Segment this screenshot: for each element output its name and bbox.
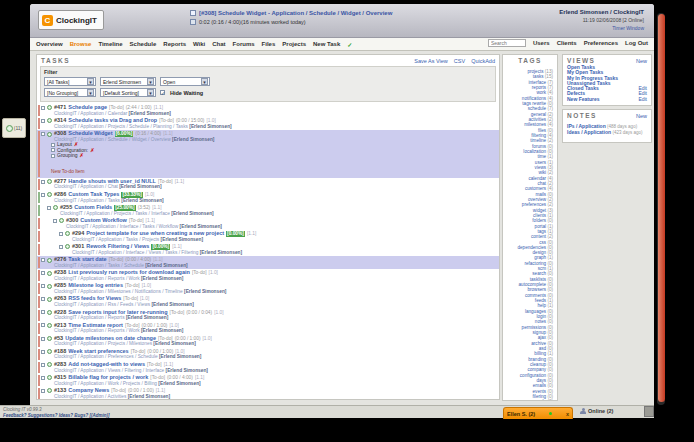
start-timer-icon[interactable] [47,388,52,393]
task-checkbox[interactable] [59,232,63,236]
task-checkbox[interactable] [41,337,45,341]
scrollbar-thumb[interactable] [658,14,665,402]
start-timer-icon[interactable] [53,205,58,210]
start-timer-icon[interactable] [47,132,52,137]
todo-checkbox[interactable] [51,148,55,152]
start-timer-icon[interactable] [47,323,52,328]
task-title-link[interactable]: Project template for use when creating a… [86,231,224,237]
nav-tab-files[interactable]: Files [262,41,276,47]
task-checkbox[interactable] [41,258,45,262]
start-timer-icon[interactable] [47,179,52,184]
task-title-link[interactable]: Custom Fields [74,205,112,211]
nav-link-log-out[interactable]: Log Out [625,40,648,46]
task-status-badge: [0.00%] [151,244,170,250]
task-page-icon[interactable] [190,10,196,16]
start-timer-icon[interactable] [65,244,70,249]
task-title-link[interactable]: Schedule page [68,105,107,111]
filter-select[interactable]: [No Grouping]▾ [44,88,96,97]
task-title-link[interactable]: Billable flag for projects / work [68,375,148,381]
nav-tab-schedule[interactable]: Schedule [130,41,157,47]
task-title-link[interactable]: Custom Task Types [68,192,119,198]
action-csv[interactable]: CSV [454,58,465,64]
task-checkbox[interactable] [41,284,45,288]
nav-tab-browse[interactable]: Browse [70,41,92,47]
task-checkbox[interactable] [53,219,57,223]
start-timer-icon[interactable] [47,192,52,197]
feedback-link[interactable]: Feedback? Suggestions? Ideas? Bugs? [(Ad… [3,413,110,418]
filter-select[interactable]: Open▾ [160,77,210,86]
nav-link-clients[interactable]: Clients [557,40,577,46]
task-checkbox[interactable] [41,310,45,314]
nav-tab-chat[interactable]: Chat [212,41,225,47]
task-title-link[interactable]: Company News [68,388,109,394]
nav-tab-reports[interactable]: Reports [163,41,186,47]
task-checkbox[interactable] [41,193,45,197]
nav-tab-timeline[interactable]: Timeline [98,41,122,47]
task-checkbox[interactable] [41,132,45,136]
start-timer-icon[interactable] [47,118,52,123]
nav-tab-wiki[interactable]: Wiki [193,41,205,47]
task-checkbox[interactable] [41,119,45,123]
start-timer-icon[interactable] [47,362,52,367]
todo-checkbox[interactable] [51,143,55,147]
action-save-as-view[interactable]: Save As View [414,58,448,64]
search-input[interactable] [488,39,526,47]
task-owner: [Erlend Simonsen] [126,315,168,320]
nav-tab-overview[interactable]: Overview [36,41,63,47]
start-timer-icon[interactable] [47,258,52,263]
start-timer-icon[interactable] [47,284,52,289]
filter-select[interactable]: Erlend Simonsen▾ [100,77,156,86]
nav-tab-projects[interactable]: Projects [282,41,306,47]
start-timer-icon[interactable] [47,349,52,354]
views-new-link[interactable]: New [636,58,647,64]
start-timer-icon[interactable] [47,375,52,380]
nav-link-users[interactable]: Users [533,40,550,46]
online-indicator[interactable]: Online (2) [580,408,613,414]
view-link[interactable]: New Features [567,97,600,102]
task-checkbox[interactable] [41,350,45,354]
hide-waiting-checkbox[interactable]: ✓ [160,90,165,95]
task-title-link[interactable]: Rework Filtering / Views [86,244,149,250]
task-checkbox[interactable] [41,106,45,110]
new-todo-item-link[interactable]: New To-do Item [41,169,85,174]
task-title-link[interactable]: Schedule tasks via Drag and Drop [68,118,157,124]
current-task-link[interactable]: [#308] Schedule Widget - Application / S… [199,10,392,16]
floating-timer-widget[interactable]: (11) [2,118,26,138]
action-quickadd[interactable]: QuickAdd [471,58,495,64]
task-checkbox[interactable] [41,323,45,327]
view-edit-link[interactable]: Edit [638,97,647,102]
task-checkbox[interactable] [41,180,45,184]
chat-tab[interactable]: Ellen S. (2) x [503,407,573,419]
task-checkbox[interactable] [59,245,63,249]
note-link[interactable]: Ideas / Application [567,129,612,135]
delete-x-icon[interactable]: ✗ [80,153,84,159]
start-timer-icon[interactable] [47,271,52,276]
delete-x-icon[interactable]: ✗ [90,148,94,154]
task-checkbox[interactable] [47,206,51,210]
todo-checkbox[interactable] [51,154,55,158]
notes-new-link[interactable]: New [636,113,647,119]
nav-tab-new-task[interactable]: New Task [313,41,340,47]
task-title-link[interactable]: Add not-tagged-with to views [68,362,145,368]
start-timer-icon[interactable] [47,336,52,341]
start-timer-icon[interactable] [59,218,64,223]
page-scrollbar[interactable] [657,13,665,405]
task-checkbox[interactable] [41,297,45,301]
chat-close-icon[interactable]: x [566,411,569,417]
filter-select[interactable]: [Default Sorting]▾ [100,88,156,97]
task-checkbox[interactable] [41,363,45,367]
filter-select[interactable]: [All Tasks]▾ [44,77,96,86]
task-checkbox[interactable] [41,271,45,275]
nav-tab-forums[interactable]: Forums [233,41,255,47]
start-timer-icon[interactable] [47,297,52,302]
timer-window-link[interactable]: Timer Window [559,25,644,31]
task-checkbox[interactable] [41,389,45,393]
timer-pause-icon[interactable] [190,19,196,25]
clockingit-logo[interactable]: C ClockingIT [38,10,104,30]
nav-link-preferences[interactable]: Preferences [584,40,618,46]
start-timer-icon[interactable] [47,310,52,315]
task-checkbox[interactable] [41,376,45,380]
task-title-link[interactable]: Custom Workflow [80,218,127,224]
start-timer-icon[interactable] [47,105,52,110]
start-timer-icon[interactable] [65,231,70,236]
